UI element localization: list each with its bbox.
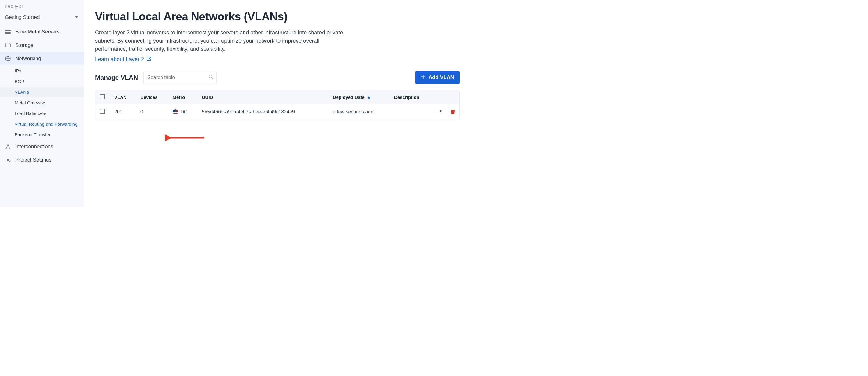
svg-rect-1 [5,32,11,34]
sidebar-item-networking[interactable]: Networking [0,52,84,65]
cell-metro-label: DC [181,109,188,114]
attach-icon[interactable] [439,110,445,114]
add-vlan-button[interactable]: Add VLAN [415,71,460,84]
storage-icon [5,43,11,48]
sidebar-item-label: Interconnections [15,144,53,150]
delete-icon[interactable] [451,109,455,114]
select-all-checkbox[interactable] [100,94,105,100]
sidebar-item-bare-metal[interactable]: Bare Metal Servers [0,25,84,39]
chevron-down-icon [75,16,78,18]
us-flag-icon [173,109,178,115]
cell-metro: DC [168,104,198,119]
subnav-item-bgp[interactable]: BGP [0,76,84,87]
col-metro[interactable]: Metro [168,90,198,104]
col-devices[interactable]: Devices [136,90,168,104]
sidebar-item-label: Project Settings [15,157,52,163]
sidebar: PROJECT Getting Started Bare Metal Serve… [0,0,84,207]
cell-description [390,104,432,119]
search-input-wrap[interactable] [144,71,217,84]
plus-icon [421,74,426,80]
row-actions [436,109,455,114]
sidebar-item-label: Storage [15,42,33,48]
sidebar-item-interconnections[interactable]: Interconnections [0,140,84,153]
cell-deployed: a few seconds ago [329,104,390,119]
networking-subnav: IPs BGP VLANs Metal Gateway Load Balance… [0,65,84,140]
svg-rect-2 [5,44,10,47]
interconnections-icon [5,144,11,149]
project-selector[interactable]: Getting Started [0,9,84,25]
subnav-item-load-balancers[interactable]: Load Balancers [0,108,84,118]
project-section-label: PROJECT [0,4,84,9]
search-icon [209,74,213,80]
annotation-arrow-icon [165,134,208,142]
cell-devices: 0 [136,104,168,119]
sidebar-item-storage[interactable]: Storage [0,39,84,52]
col-uuid[interactable]: UUID [198,90,329,104]
external-link-icon [147,56,151,63]
cell-uuid: 5b5d466d-a91b-4eb7-abee-e6049c1824e9 [198,104,329,119]
page-title: Virtual Local Area Networks (VLANs) [95,10,460,23]
gear-icon [5,157,11,163]
subnav-item-vrf[interactable]: Virtual Routing and Forwarding [0,118,84,129]
col-description[interactable]: Description [390,90,432,104]
sidebar-item-label: Networking [15,56,41,62]
cell-vlan: 200 [110,104,136,119]
manage-toolbar: Manage VLAN Add VLAN [95,71,460,84]
search-input[interactable] [144,71,216,84]
row-checkbox[interactable] [100,109,105,114]
sidebar-item-project-settings[interactable]: Project Settings [0,153,84,167]
project-name: Getting Started [5,14,40,21]
manage-vlan-label: Manage VLAN [95,74,138,81]
subnav-item-vlans[interactable]: VLANs [0,87,84,97]
table-row[interactable]: 200 0 DC 5b5d466d-a91b-4eb7-abee-e6049c1… [95,104,459,119]
learn-about-layer2-link[interactable]: Learn about Layer 2 [95,56,151,63]
sidebar-item-label: Bare Metal Servers [15,29,60,35]
svg-rect-0 [5,30,11,31]
col-vlan[interactable]: VLAN [110,90,136,104]
globe-icon [5,56,11,62]
col-deployed[interactable]: Deployed Date [329,90,390,104]
learn-link-label: Learn about Layer 2 [95,56,144,63]
svg-point-7 [209,75,212,78]
vlan-table: VLAN Devices Metro UUID Deployed Date De… [95,90,460,120]
page-description: Create layer 2 virtual networks to inter… [95,29,345,53]
col-deployed-label: Deployed Date [333,95,365,100]
servers-icon [5,30,11,34]
subnav-item-ips[interactable]: IPs [0,65,84,76]
sort-indicator-icon [368,96,370,100]
add-vlan-label: Add VLAN [429,74,454,80]
subnav-item-backend-transfer[interactable]: Backend Transfer [0,129,84,140]
subnav-item-metal-gateway[interactable]: Metal Gateway [0,97,84,108]
main-content: Virtual Local Area Networks (VLANs) Crea… [84,0,470,207]
table-header-row: VLAN Devices Metro UUID Deployed Date De… [95,90,459,104]
